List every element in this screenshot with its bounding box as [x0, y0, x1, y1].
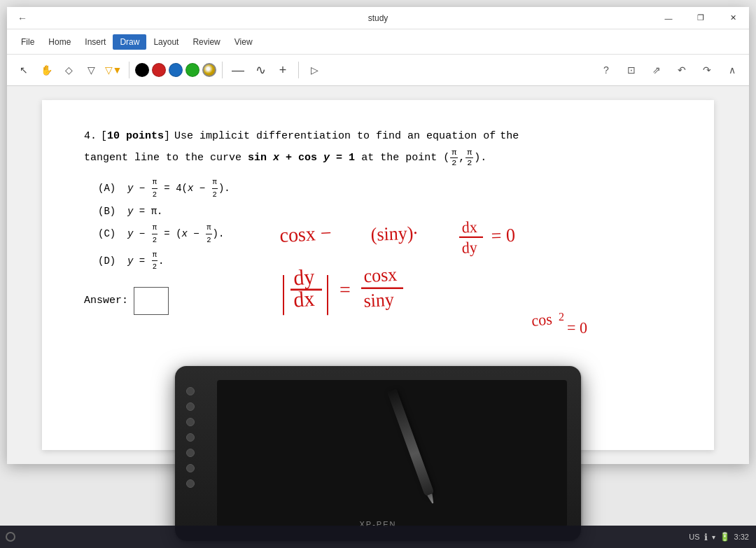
tablet-container: XP-PEN [168, 352, 588, 548]
option-c: (C) y − π2 = (x − π2). [98, 222, 672, 246]
option-d: (D) y = π2. [98, 249, 672, 274]
option-b: (B) y = π. [98, 204, 672, 219]
tab-draw[interactable]: Draw [113, 34, 146, 50]
title-bar-controls: — ❐ ✕ [652, 7, 749, 29]
pen-tool-1[interactable]: ▽ [81, 60, 101, 80]
insert-tool[interactable]: ▷ [304, 60, 324, 80]
question-number: 4. [84, 128, 97, 145]
tablet-btn-4[interactable] [186, 433, 195, 442]
tab-layout[interactable]: Layout [146, 34, 186, 50]
answer-section: Answer: [84, 287, 672, 315]
divider-1 [129, 62, 130, 78]
tab-insert[interactable]: Insert [78, 34, 113, 50]
color-black[interactable] [135, 63, 149, 77]
question-text-the: the [500, 128, 519, 145]
answer-label: Answer: [84, 293, 128, 309]
color-gold[interactable] [202, 63, 216, 77]
collapse-ribbon-icon[interactable]: ∧ [722, 60, 742, 80]
tablet-body: XP-PEN [175, 366, 581, 541]
svg-text:= 0: = 0 [567, 319, 587, 337]
answer-input-box[interactable] [134, 287, 169, 315]
taskbar-circle-icon[interactable] [6, 532, 15, 542]
taskbar-arrow-icon[interactable]: ▾ [712, 533, 715, 541]
question-points: [10 points] [101, 128, 170, 145]
tab-view[interactable]: View [227, 34, 260, 50]
line-tool[interactable]: — [228, 60, 248, 80]
lasso-tool[interactable]: ✋ [36, 60, 56, 80]
restore-button[interactable]: ❐ [685, 7, 717, 29]
add-tool[interactable]: + [273, 60, 293, 80]
divider-2 [222, 62, 223, 78]
taskbar: US ℹ ▾ 🔋 3:32 [0, 526, 756, 548]
tablet-btn-5[interactable] [186, 449, 195, 457]
tab-file[interactable]: File [14, 34, 41, 50]
taskbar-right: US ℹ ▾ 🔋 3:32 [689, 532, 756, 542]
taskbar-time: 3:32 [734, 533, 749, 541]
help-icon[interactable]: ? [596, 60, 616, 80]
question-header: 4. [10 points] Use implicit differentiat… [84, 128, 672, 145]
tablet-btn-2[interactable] [186, 402, 195, 411]
option-a: (A) y − π2 = 4(x − π2). [98, 176, 672, 201]
tab-home[interactable]: Home [41, 34, 78, 50]
title-bar: ← study — ❐ ✕ [7, 7, 749, 29]
tablet-btn-1[interactable] [186, 387, 195, 395]
color-red[interactable] [152, 63, 166, 77]
options-list: (A) y − π2 = 4(x − π2). (B) y = π. (C) y… [98, 176, 672, 273]
title-bar-left: ← [13, 7, 32, 29]
back-button[interactable]: ← [13, 8, 32, 28]
tablet-btn-6[interactable] [186, 464, 195, 472]
tablet-btn-3[interactable] [186, 418, 195, 426]
curve-tool[interactable]: ∿ [251, 60, 270, 80]
color-blue[interactable] [169, 63, 183, 77]
tablet-btn-7[interactable] [186, 479, 195, 488]
undo-icon[interactable]: ↶ [672, 60, 692, 80]
redo-icon[interactable]: ↷ [697, 60, 717, 80]
eraser-tool[interactable]: ◇ [59, 60, 78, 80]
question-text: Use implicit differentiation to find an … [174, 128, 496, 145]
taskbar-locale: US [689, 533, 699, 541]
close-button[interactable]: ✕ [717, 7, 749, 29]
battery-icon: 🔋 [720, 532, 730, 542]
divider-3 [298, 62, 299, 78]
pen-tool-2[interactable]: ▽▼ [104, 60, 123, 80]
cursor-tool[interactable]: ↖ [14, 60, 34, 80]
tablet-buttons [186, 387, 195, 488]
ribbon-right-icons: ? ⊡ ⇗ ↶ ↷ ∧ [596, 55, 742, 85]
share-icon[interactable]: ⇗ [647, 60, 666, 80]
ribbon: File Home Insert Draw Layout Review View… [7, 29, 749, 86]
taskbar-left [0, 532, 21, 542]
minimize-button[interactable]: — [652, 7, 685, 29]
tab-review[interactable]: Review [186, 34, 227, 50]
ribbon-tabs: File Home Insert Draw Layout Review View [7, 29, 749, 55]
question-line2: tangent line to the curve sin x + cos y … [84, 148, 672, 168]
window-title: study [368, 13, 388, 23]
view-icon[interactable]: ⊡ [622, 60, 641, 80]
taskbar-info-icon: ℹ [704, 532, 708, 542]
color-green[interactable] [186, 63, 200, 77]
